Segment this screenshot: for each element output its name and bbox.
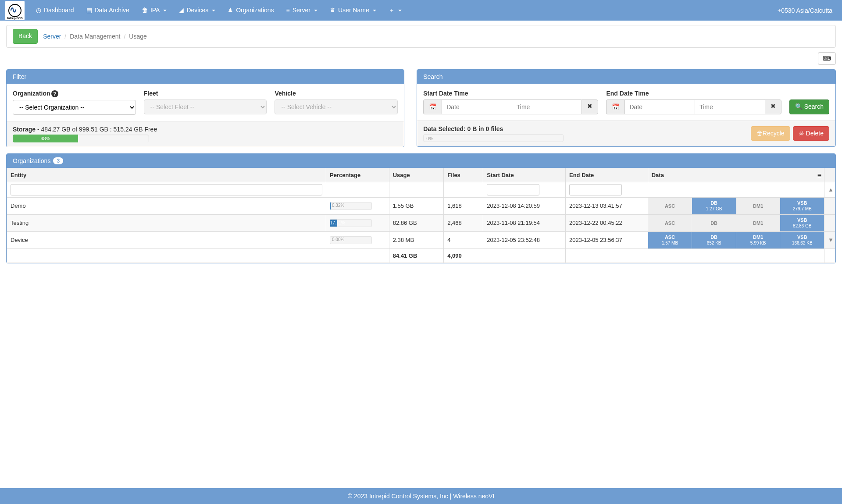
nav-item-data-archive[interactable]: ▤Data Archive [80, 0, 136, 21]
nav-item-label: Organizations [236, 0, 274, 21]
fleet-select[interactable]: -- Select Fleet -- [144, 99, 267, 114]
nav-item-devices[interactable]: ◢Devices [173, 0, 221, 21]
nav-item-organizations[interactable]: ♟Organizations [221, 0, 280, 21]
nav-item-plus[interactable]: ＋ [382, 0, 408, 21]
nav-item-label: Devices [186, 0, 208, 21]
col-files[interactable]: Files [444, 168, 483, 182]
calendar-icon[interactable]: 📅 [606, 99, 624, 114]
search-icon: 🔍 [795, 103, 803, 110]
col-entity[interactable]: Entity [7, 168, 326, 182]
clear-start-button[interactable]: ✖ [582, 99, 598, 114]
data-chip-vsb[interactable]: VSB166.62 KB [780, 232, 824, 248]
nav-item-label: Server [293, 0, 310, 21]
table-row[interactable]: Demo0.32%1.55 GB1,6182023-12-08 14:20:59… [7, 197, 835, 214]
cell-start-date: 2023-11-08 21:19:54 [483, 214, 566, 231]
filter-panel: Filter Organization? -- Select Organizat… [6, 69, 404, 147]
data-chip-asc[interactable]: ASC1.57 MB [648, 232, 692, 248]
data-chip-vsb[interactable]: VSB82.86 GB [780, 215, 824, 231]
data-chip-db[interactable]: DB [692, 215, 736, 231]
organizations-table: Entity Percentage Usage Files Start Date… [7, 168, 835, 263]
vehicle-label: Vehicle [275, 90, 398, 97]
data-chip-asc[interactable]: ASC [648, 198, 692, 214]
cell-start-date: 2023-12-05 23:52:48 [483, 231, 566, 248]
chevron-down-icon [398, 10, 402, 11]
clear-end-button[interactable]: ✖ [765, 99, 781, 114]
nav-item-dashboard[interactable]: ◷Dashboard [30, 0, 80, 21]
data-chip-vsb[interactable]: VSB279.7 MB [780, 198, 824, 214]
scroll-up-icon[interactable]: ▲ [824, 182, 835, 197]
col-data[interactable]: Data≡ [648, 168, 824, 182]
nav-item-user-name[interactable]: ♛User Name [324, 0, 382, 21]
navbar: ∿ IntrepidCS ◷Dashboard▤Data Archive🗑IPA… [0, 0, 842, 21]
dashboard-icon: ◷ [36, 0, 41, 21]
storage-label: Storage [13, 126, 36, 133]
cell-files: 4 [444, 231, 483, 248]
end-date-input[interactable] [624, 99, 695, 114]
data-chip-db[interactable]: DB652 KB [692, 232, 736, 248]
search-button[interactable]: 🔍 Search [789, 99, 829, 114]
cell-data: ASCDBDM1VSB82.86 GB [648, 214, 824, 231]
delete-button[interactable]: ☠ Delete [793, 126, 829, 141]
org-icon: ♟ [228, 0, 233, 21]
logo[interactable]: ∿ IntrepidCS [5, 1, 25, 20]
data-chip-asc[interactable]: ASC [648, 215, 692, 231]
cell-entity: Device [7, 231, 326, 248]
cell-files: 1,618 [444, 197, 483, 214]
start-date-filter-input[interactable] [487, 184, 539, 195]
ipa-icon: 🗑 [142, 0, 148, 21]
organizations-count-badge: 3 [53, 157, 63, 164]
cell-percentage: 0.32% [326, 197, 389, 214]
nav-item-ipa[interactable]: 🗑IPA [136, 0, 173, 21]
nav-item-server[interactable]: ≡Server [280, 0, 324, 21]
total-files: 4,090 [444, 248, 483, 263]
table-row[interactable]: Device0.00%2.38 MB42023-12-05 23:52:4820… [7, 231, 835, 248]
data-chip-dm1[interactable]: DM1 [736, 215, 781, 231]
breadcrumb-usage: Usage [129, 33, 146, 40]
nav-item-label: User Name [338, 0, 369, 21]
cell-usage: 1.55 GB [389, 197, 444, 214]
calendar-icon[interactable]: 📅 [423, 99, 442, 114]
archive-icon: ▤ [86, 0, 92, 21]
cell-end-date: 2023-12-05 23:56:37 [565, 231, 648, 248]
col-percentage[interactable]: Percentage [326, 168, 389, 182]
cell-percentage: 0.00% [326, 231, 389, 248]
start-date-input[interactable] [442, 99, 512, 114]
breadcrumb-server[interactable]: Server [43, 33, 61, 40]
cell-usage: 82.86 GB [389, 214, 444, 231]
chevron-down-icon [314, 10, 318, 11]
entity-filter-input[interactable] [11, 184, 322, 195]
server-icon: ≡ [286, 0, 290, 21]
search-title: Search [417, 70, 835, 84]
nav-list: ◷Dashboard▤Data Archive🗑IPA◢Devices♟Orga… [30, 0, 773, 21]
data-chip-dm1[interactable]: DM1 [736, 198, 781, 214]
devices-icon: ◢ [179, 0, 184, 21]
menu-icon[interactable]: ≡ [817, 172, 821, 180]
data-chip-dm1[interactable]: DM15.99 KB [736, 232, 781, 248]
recycle-button[interactable]: 🗑Recycle [751, 126, 790, 141]
data-chip-db[interactable]: DB1.27 GB [692, 198, 736, 214]
chevron-down-icon [163, 10, 167, 11]
end-date-filter-input[interactable] [569, 184, 622, 195]
end-time-input[interactable] [695, 99, 765, 114]
table-row[interactable]: Testing17.11%82.86 GB2,4682023-11-08 21:… [7, 214, 835, 231]
filter-title: Filter [7, 70, 404, 84]
col-start-date[interactable]: Start Date [483, 168, 566, 182]
start-date-label: Start Date Time [423, 90, 598, 97]
organization-select[interactable]: -- Select Organization -- [13, 100, 136, 115]
scroll-down-icon[interactable]: ▼ [824, 231, 835, 248]
cell-end-date: 2023-12-13 03:41:57 [565, 197, 648, 214]
cell-usage: 2.38 MB [389, 231, 444, 248]
col-usage[interactable]: Usage [389, 168, 444, 182]
help-icon[interactable]: ? [51, 90, 58, 97]
cell-files: 2,468 [444, 214, 483, 231]
storage-footer: Storage - 484.27 GB of 999.51 GB : 515.2… [7, 121, 404, 147]
vehicle-select[interactable]: -- Select Vehicle -- [275, 99, 398, 114]
cell-start-date: 2023-12-08 14:20:59 [483, 197, 566, 214]
keyboard-shortcuts-button[interactable]: ⌨ [818, 52, 836, 65]
start-time-input[interactable] [512, 99, 582, 114]
search-panel: Search Start Date Time 📅 ✖ End Date Time [417, 69, 836, 147]
selected-progress: 0% [423, 134, 564, 142]
back-button[interactable]: Back [13, 29, 38, 44]
scroll-col [824, 168, 835, 182]
col-end-date[interactable]: End Date [565, 168, 648, 182]
